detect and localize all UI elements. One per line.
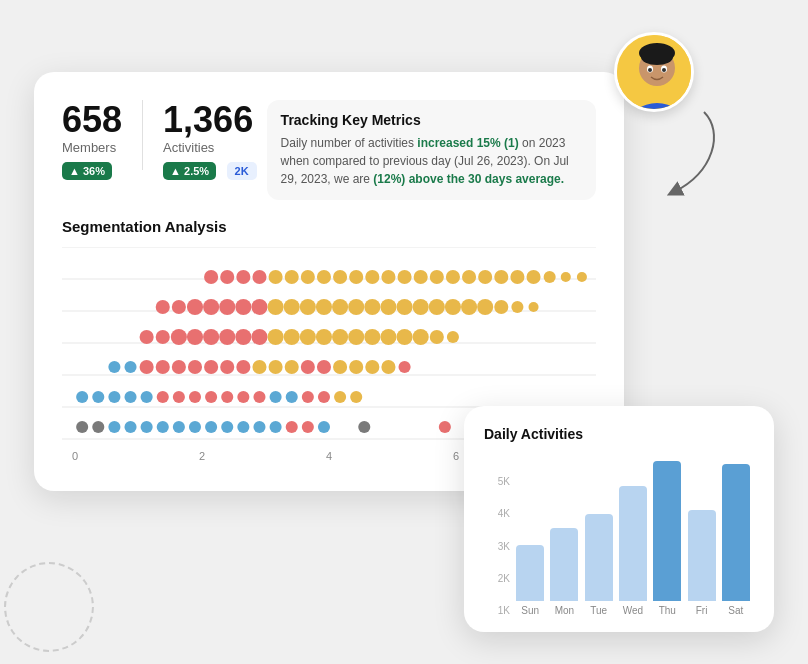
- svg-point-51: [236, 360, 250, 374]
- svg-point-106: [204, 270, 218, 284]
- svg-point-34: [221, 391, 233, 403]
- svg-point-80: [430, 330, 444, 344]
- svg-point-124: [494, 270, 508, 284]
- svg-point-113: [317, 270, 331, 284]
- svg-point-61: [399, 361, 411, 373]
- svg-point-42: [350, 391, 362, 403]
- activities-badge2: 2K: [227, 162, 257, 180]
- avatar-svg: [617, 35, 694, 112]
- tracking-highlight1: increased 15% (1): [417, 136, 518, 150]
- svg-point-125: [510, 270, 524, 284]
- svg-point-71: [284, 329, 300, 345]
- svg-point-93: [332, 299, 348, 315]
- y-label-2k: 2K: [484, 573, 510, 584]
- svg-point-60: [381, 360, 395, 374]
- svg-point-54: [285, 360, 299, 374]
- svg-point-29: [141, 391, 153, 403]
- scene: 658 Members ▲ 36% 1,366 Activities ▲ 2.5…: [34, 32, 774, 632]
- svg-point-81: [447, 331, 459, 343]
- svg-point-99: [429, 299, 445, 315]
- y-label-4k: 4K: [484, 508, 510, 519]
- svg-point-84: [187, 299, 203, 315]
- bar-wed: Wed: [619, 486, 647, 616]
- bar-tue-fill: [585, 514, 613, 601]
- svg-point-38: [286, 391, 298, 403]
- activities-badge: ▲ 2.5%: [163, 162, 216, 180]
- svg-point-111: [285, 270, 299, 284]
- members-badge: ▲ 36%: [62, 162, 112, 180]
- svg-point-63: [156, 330, 170, 344]
- stats-row: 658 Members ▲ 36% 1,366 Activities ▲ 2.5…: [62, 100, 596, 200]
- svg-point-78: [397, 329, 413, 345]
- svg-point-44: [124, 361, 136, 373]
- members-label: Members: [62, 140, 122, 155]
- bar-wed-label: Wed: [623, 605, 643, 616]
- bar-thu-label: Thu: [659, 605, 676, 616]
- svg-point-98: [413, 299, 429, 315]
- svg-point-17: [237, 421, 249, 433]
- bar-fri: Fri: [687, 510, 715, 616]
- svg-point-16: [221, 421, 233, 433]
- x-label-6: 6: [453, 450, 459, 462]
- svg-point-14: [189, 421, 201, 433]
- svg-point-70: [268, 329, 284, 345]
- svg-point-41: [334, 391, 346, 403]
- svg-point-49: [204, 360, 218, 374]
- daily-activities-card: Daily Activities 5K 4K 3K 2K 1K Sun: [464, 406, 774, 632]
- svg-point-134: [641, 49, 673, 65]
- activities-label: Activities: [163, 140, 257, 155]
- svg-point-137: [648, 68, 652, 72]
- svg-point-95: [364, 299, 380, 315]
- svg-point-12: [157, 421, 169, 433]
- svg-point-97: [397, 299, 413, 315]
- bar-tue: Tue: [585, 514, 613, 616]
- svg-point-66: [203, 329, 219, 345]
- svg-point-128: [561, 272, 571, 282]
- svg-point-67: [219, 329, 235, 345]
- members-stat: 658 Members ▲ 36%: [62, 100, 122, 180]
- svg-point-65: [187, 329, 203, 345]
- members-count: 658: [62, 100, 122, 140]
- svg-point-77: [380, 329, 396, 345]
- svg-point-15: [205, 421, 217, 433]
- svg-point-118: [398, 270, 412, 284]
- svg-point-87: [235, 299, 251, 315]
- svg-point-25: [76, 391, 88, 403]
- svg-point-56: [317, 360, 331, 374]
- stat-divider: [142, 100, 143, 170]
- arrow-svg: [644, 102, 724, 202]
- svg-point-18: [253, 421, 265, 433]
- svg-point-64: [171, 329, 187, 345]
- svg-point-24: [439, 421, 451, 433]
- bar-fri-fill: [688, 510, 716, 601]
- svg-point-30: [157, 391, 169, 403]
- svg-point-52: [252, 360, 266, 374]
- svg-point-28: [124, 391, 136, 403]
- daily-title: Daily Activities: [484, 426, 754, 442]
- svg-point-103: [494, 300, 508, 314]
- svg-point-108: [236, 270, 250, 284]
- tracking-text: Daily number of activities increased 15%…: [281, 134, 582, 188]
- activities-stat: 1,366 Activities ▲ 2.5% 2K: [163, 100, 257, 180]
- svg-point-119: [414, 270, 428, 284]
- svg-point-75: [348, 329, 364, 345]
- svg-point-36: [253, 391, 265, 403]
- svg-point-72: [300, 329, 316, 345]
- svg-point-112: [301, 270, 315, 284]
- svg-point-57: [333, 360, 347, 374]
- svg-point-22: [318, 421, 330, 433]
- svg-point-114: [333, 270, 347, 284]
- bar-thu: Thu: [653, 461, 681, 616]
- svg-point-102: [477, 299, 493, 315]
- bar-sat-label: Sat: [728, 605, 743, 616]
- svg-point-10: [124, 421, 136, 433]
- svg-point-50: [220, 360, 234, 374]
- svg-point-116: [365, 270, 379, 284]
- svg-point-110: [269, 270, 283, 284]
- svg-point-91: [300, 299, 316, 315]
- svg-point-115: [349, 270, 363, 284]
- svg-point-69: [251, 329, 267, 345]
- svg-point-88: [251, 299, 267, 315]
- svg-point-27: [108, 391, 120, 403]
- y-label-1k: 1K: [484, 605, 510, 616]
